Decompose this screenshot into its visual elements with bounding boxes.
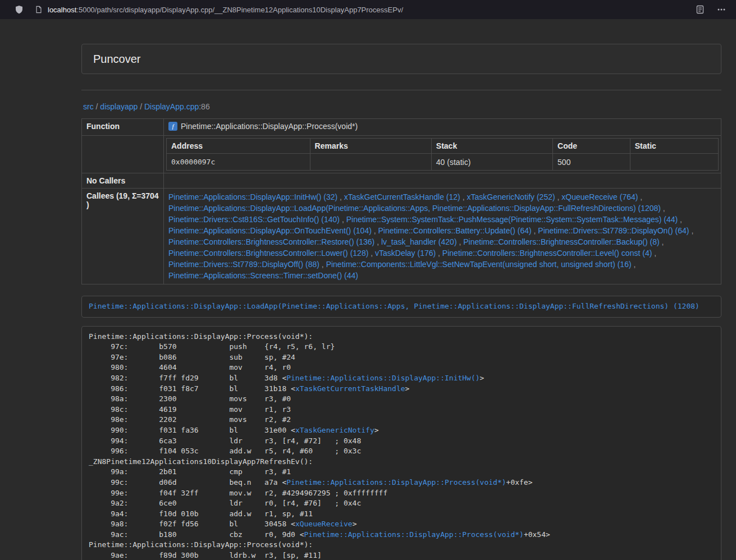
callee-link[interactable]: Pinetime::Drivers::Cst816S::GetTouchInfo… [168,215,340,224]
callee-link[interactable]: Pinetime::Drivers::St7789::DisplayOn() (… [538,226,689,235]
callee-link[interactable]: Pinetime::Drivers::St7789::DisplayOff() … [168,260,319,269]
stats-header-row: Address Remarks Stack Code Static [167,139,719,154]
page-icon [35,6,43,13]
function-row: Function f Pinetime::Applications::Displ… [82,119,721,136]
no-callers-row: No Callers [82,173,721,189]
remarks-value [310,154,431,171]
callees-list: Pinetime::Applications::DisplayApp::Init… [164,189,721,284]
highlighted-symbol-box: Pinetime::Applications::DisplayApp::Load… [81,296,721,318]
callee-link[interactable]: vTaskDelay (176) [375,249,436,258]
callee-link[interactable]: lv_task_handler (420) [381,237,457,246]
callee-separator: , [660,237,664,246]
col-header-remarks: Remarks [310,139,431,154]
code-value: 500 [553,154,630,171]
col-header-address: Address [167,139,310,154]
function-name-cell: f Pinetime::Applications::DisplayApp::Pr… [164,119,721,136]
callee-separator: , [337,192,344,201]
callee-link[interactable]: Pinetime::System::SystemTask::PushMessag… [346,215,678,224]
col-header-code: Code [553,139,630,154]
disassembly-symbol-link[interactable]: Pinetime::Applications::DisplayApp::Init… [286,374,479,382]
function-label: Function [82,119,164,136]
empty-label-cell [82,136,164,173]
address-value: 0x0000097c [167,154,310,171]
callee-link[interactable]: Pinetime::Controllers::BrightnessControl… [442,249,652,258]
breadcrumb-separator: / [94,102,100,111]
header-panel: Puncover [81,44,721,74]
callee-separator: , [457,237,464,246]
callee-separator: , [368,249,375,258]
disassembly-symbol-link[interactable]: Pinetime::Applications::DisplayApp::Proc… [304,530,524,539]
disassembly-symbol-link[interactable]: Pinetime::Applications::DisplayApp::Proc… [286,478,506,486]
callee-separator: , [555,192,562,201]
callee-link[interactable]: Pinetime::Components::LittleVgl::SetNewT… [326,260,632,269]
callee-link[interactable]: xQueueReceive (764) [561,192,638,201]
callee-link[interactable]: Pinetime::Applications::DisplayApp::Load… [168,204,661,213]
callee-link[interactable]: xTaskGetCurrentTaskHandle (12) [344,192,460,201]
stats-value-row: 0x0000097c 40 (static) 500 [167,154,719,171]
url-host: localhost [48,6,76,14]
disassembly-symbol-link[interactable]: xQueueReceive [295,520,353,528]
stack-value: 40 (static) [431,154,552,171]
callee-separator: , [678,215,682,224]
breadcrumb-separator: / [138,102,144,111]
disassembly-symbol-link[interactable]: xTaskGetCurrentTaskHandle [295,384,405,393]
callee-separator: , [374,237,381,246]
breadcrumb-line-number: :86 [199,102,209,111]
disassembly-symbol-link[interactable]: xTaskGenericNotify [295,426,374,434]
url-path: :5000/path/src/displayapp/DisplayApp.cpp… [76,6,403,14]
breadcrumb-link[interactable]: DisplayApp.cpp [144,102,199,111]
callee-separator: , [689,226,694,235]
browser-toolbar: localhost:5000/path/src/displayapp/Displ… [0,0,736,19]
callee-separator: , [652,249,656,258]
callee-link[interactable]: Pinetime::Applications::DisplayApp::OnTo… [168,226,372,235]
callee-separator: , [319,260,326,269]
callee-separator: , [460,192,467,201]
callee-link[interactable]: xTaskGenericNotify (252) [467,192,555,201]
callee-separator: , [436,249,442,258]
disassembly-code: Pinetime::Applications::DisplayApp::Proc… [81,326,721,560]
callees-row: Callees (19, Σ=3704 ) Pinetime::Applicat… [82,189,721,284]
page-title: Puncover [93,52,710,66]
stats-cell: Address Remarks Stack Code Static 0x0000… [164,136,721,173]
main-content: Puncover src / displayapp / DisplayApp.c… [81,19,721,560]
highlighted-symbol-link[interactable]: Pinetime::Applications::DisplayApp::Load… [89,302,700,310]
no-callers-label: No Callers [82,173,164,189]
callee-separator: , [638,192,642,201]
function-name: Pinetime::Applications::DisplayApp::Proc… [181,122,358,131]
symbol-table: Function f Pinetime::Applications::Displ… [81,118,721,284]
breadcrumb-link[interactable]: displayapp [100,102,138,111]
callee-link[interactable]: Pinetime::Controllers::BrightnessControl… [168,249,368,258]
stats-table: Address Remarks Stack Code Static 0x0000… [166,138,719,171]
callee-link[interactable]: Pinetime::Applications::DisplayApp::Init… [168,192,337,201]
callee-separator: , [532,226,538,235]
url-bar[interactable]: localhost:5000/path/src/displayapp/Displ… [35,6,693,14]
breadcrumb: src / displayapp / DisplayApp.cpp:86 [81,90,721,118]
col-header-stack: Stack [431,139,552,154]
function-type-icon: f [168,122,177,132]
reader-view-icon[interactable] [693,3,707,16]
callee-separator: , [372,226,378,235]
page-actions-icon[interactable] [715,3,728,16]
static-value [630,154,718,171]
callees-label: Callees (19, Σ=3704 ) [82,189,164,284]
callee-link[interactable]: Pinetime::Applications::Screens::Timer::… [168,271,358,280]
shield-icon[interactable] [12,3,26,16]
callee-separator: , [632,260,636,269]
callee-link[interactable]: Pinetime::Controllers::BrightnessControl… [463,237,659,246]
callee-separator: , [340,215,346,224]
breadcrumb-link[interactable]: src [83,102,94,111]
no-callers-cell [164,173,721,189]
callee-separator: , [661,204,665,213]
callee-link[interactable]: Pinetime::Controllers::BrightnessControl… [168,237,374,246]
stats-row: Address Remarks Stack Code Static 0x0000… [82,136,721,173]
col-header-static: Static [630,139,718,154]
callee-link[interactable]: Pinetime::Controllers::Battery::Update()… [378,226,532,235]
